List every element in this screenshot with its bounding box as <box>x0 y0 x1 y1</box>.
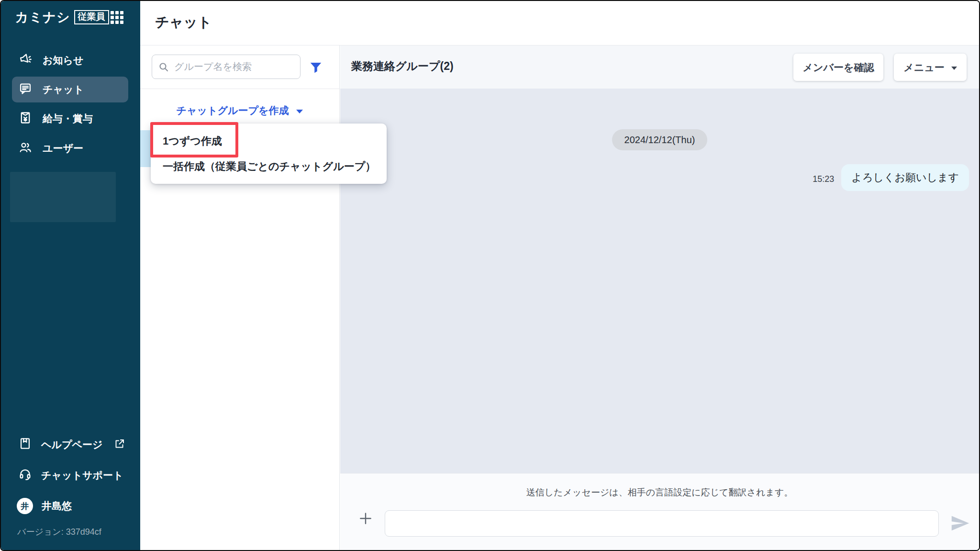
chevron-down-icon <box>951 67 957 70</box>
message-bubble: よろしくお願いします <box>841 164 969 191</box>
sidebar-item-label: 給与・賞与 <box>43 112 93 125</box>
sidebar-placeholder-panel <box>10 172 116 222</box>
menu-button-label: メニュー <box>903 61 944 74</box>
create-chat-group-button[interactable]: チャットグループを作成 <box>140 104 339 117</box>
megaphone-icon <box>19 53 32 68</box>
page-title: チャット <box>155 13 212 32</box>
menu-button[interactable]: メニュー <box>894 54 967 81</box>
avatar: 井 <box>17 498 33 514</box>
sidebar-item-chat-support[interactable]: チャットサポート <box>1 460 140 491</box>
sidebar-item-chat[interactable]: チャット <box>12 77 128 102</box>
message-input[interactable] <box>385 510 939 537</box>
headset-icon <box>19 468 32 483</box>
filter-icon[interactable] <box>309 60 323 77</box>
pay-envelope-icon <box>19 111 32 127</box>
create-chat-group-label: チャットグループを作成 <box>177 104 289 117</box>
top-bar: チャット <box>140 1 979 45</box>
create-group-dropdown-menu: 1つずつ作成 一括作成（従業員ごとのチャットグループ） <box>151 124 387 184</box>
menu-item-bulk-create[interactable]: 一括作成（従業員ごとのチャットグループ） <box>151 154 387 179</box>
sidebar: カミナシ 従業員 お知らせ <box>1 1 140 550</box>
send-button[interactable] <box>947 511 972 536</box>
message-row: 15:23 よろしくお願いします <box>813 164 969 191</box>
chat-group-title: 業務連絡グループ(2) <box>351 59 454 74</box>
menu-item-create-one-by-one[interactable]: 1つずつ作成 <box>151 128 387 154</box>
message-time: 15:23 <box>813 171 834 184</box>
book-icon <box>19 437 32 452</box>
message-area: 2024/12/12(Thu) 15:23 よろしくお願いします <box>340 89 979 473</box>
sidebar-item-announcements[interactable]: お知らせ <box>1 47 140 74</box>
app-logo: カミナシ 従業員 <box>15 9 109 26</box>
translation-notice: 送信したメッセージは、相手の言語設定に応じて翻訳されます。 <box>340 486 979 499</box>
message-composer: 送信したメッセージは、相手の言語設定に応じて翻訳されます。 <box>340 473 979 550</box>
date-divider: 2024/12/12(Thu) <box>612 129 708 150</box>
users-icon <box>19 141 32 157</box>
sidebar-item-payroll[interactable]: 給与・賞与 <box>1 105 140 132</box>
attach-plus-button[interactable] <box>356 509 375 529</box>
user-name: 井島悠 <box>42 499 72 513</box>
group-search-input[interactable] <box>174 61 294 72</box>
sidebar-item-label: ヘルプページ <box>41 438 102 451</box>
sidebar-item-label: チャットサポート <box>41 469 123 482</box>
check-members-button[interactable]: メンバーを確認 <box>793 54 883 81</box>
sidebar-nav: お知らせ チャット <box>1 44 140 165</box>
chat-panel: 業務連絡グループ(2) メンバーを確認 メニュー 2024/12/12(Thu)… <box>340 45 979 550</box>
group-search-row <box>140 45 339 89</box>
sidebar-footer: ヘルプページ チャットサポート <box>1 429 140 550</box>
group-list-panel: チャットグループを作成 <box>140 45 340 550</box>
brand-name: カミナシ <box>15 9 70 26</box>
sidebar-item-users[interactable]: ユーザー <box>1 135 140 162</box>
external-link-icon <box>114 438 125 452</box>
search-icon <box>158 61 169 73</box>
sidebar-item-label: ユーザー <box>43 142 83 155</box>
chat-bubble-icon <box>19 82 32 98</box>
sidebar-item-label: お知らせ <box>43 54 83 67</box>
version-label: バージョン: 337d94cf <box>1 521 140 550</box>
brand-badge: 従業員 <box>74 10 109 24</box>
sidebar-user[interactable]: 井 井島悠 <box>1 491 140 521</box>
chat-header: 業務連絡グループ(2) メンバーを確認 メニュー <box>340 45 979 89</box>
group-search-box <box>152 55 301 79</box>
chat-header-buttons: メンバーを確認 メニュー <box>793 54 967 81</box>
sidebar-item-label: チャット <box>43 83 84 96</box>
sidebar-item-help-page[interactable]: ヘルプページ <box>1 429 140 460</box>
chevron-down-icon <box>296 110 303 113</box>
app-window: カミナシ 従業員 お知らせ <box>0 0 980 551</box>
app-switcher-icon[interactable] <box>111 11 123 24</box>
